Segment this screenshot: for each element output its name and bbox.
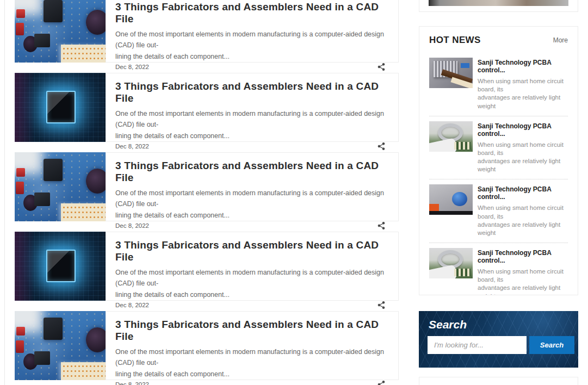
search-input[interactable] bbox=[428, 336, 527, 354]
hot-news-item[interactable]: Sanji Technology PCBA control... When us… bbox=[429, 116, 568, 180]
article-title[interactable]: 3 Things Fabricators and Assemblers Need… bbox=[115, 80, 386, 104]
share-icon[interactable] bbox=[376, 300, 386, 310]
article-meta: Dec 8, 2022 bbox=[115, 62, 386, 72]
hot-news-item-title: Sanji Technology PCBA control... bbox=[478, 59, 568, 74]
article-content: 3 Things Fabricators and Assemblers Need… bbox=[106, 0, 399, 63]
article-thumbnail[interactable] bbox=[15, 73, 106, 142]
article-excerpt: One of the most important elements in mo… bbox=[115, 267, 386, 300]
connector-shape bbox=[61, 362, 106, 380]
hot-news-more-link[interactable]: More bbox=[553, 36, 568, 44]
hot-news-thumbnail bbox=[429, 248, 473, 278]
hot-news-thumbnail bbox=[429, 121, 473, 152]
red-jumper-shape bbox=[16, 168, 25, 177]
article-card: 3 Things Fabricators and Assemblers Need… bbox=[4, 311, 399, 380]
chip-shape bbox=[44, 0, 63, 22]
share-icon[interactable] bbox=[376, 380, 386, 385]
hot-news-item-excerpt: When using smart home circuit board, its… bbox=[478, 204, 568, 237]
article-excerpt: One of the most important elements in mo… bbox=[115, 188, 386, 221]
glove-shape bbox=[429, 264, 457, 278]
chip-shape bbox=[34, 351, 50, 365]
chip-shape bbox=[34, 192, 50, 206]
pcb-slot-shape bbox=[454, 269, 471, 276]
hot-news-header: HOT NEWS More bbox=[429, 35, 568, 46]
connector-shape bbox=[461, 63, 469, 68]
hot-news-thumbnail bbox=[429, 58, 473, 88]
glove-shape bbox=[429, 138, 457, 152]
excerpt-line: One of the most important elements in mo… bbox=[115, 110, 384, 128]
share-icon[interactable] bbox=[376, 62, 386, 72]
article-meta: Dec 8, 2022 bbox=[115, 141, 386, 151]
sidebar-widget-partial bbox=[419, 377, 578, 385]
excerpt-line: advantages are relatively light weight bbox=[478, 94, 560, 109]
red-jumper-shape bbox=[16, 23, 24, 35]
black-strip-shape bbox=[429, 211, 473, 215]
hot-news-heading: HOT NEWS bbox=[429, 35, 481, 46]
hot-news-item[interactable]: Sanji Technology PCBA control... When us… bbox=[429, 179, 568, 243]
red-jumper-shape bbox=[16, 327, 25, 336]
hot-news-text: Sanji Technology PCBA control... When us… bbox=[478, 184, 568, 237]
red-jumper-shape bbox=[16, 182, 24, 194]
hot-news-item[interactable]: Sanji Technology PCBA control... When us… bbox=[429, 243, 568, 295]
excerpt-line: One of the most important elements in mo… bbox=[115, 189, 384, 208]
capacitor-shape bbox=[86, 10, 106, 35]
hot-news-item-title: Sanji Technology PCBA control... bbox=[478, 122, 568, 138]
hot-news-item-excerpt: When using smart home circuit board, its… bbox=[478, 77, 568, 110]
article-meta: Dec 8, 2022 bbox=[115, 380, 386, 385]
search-row: Search bbox=[428, 336, 574, 354]
chip-shape bbox=[44, 318, 63, 340]
article-excerpt: One of the most important elements in mo… bbox=[115, 108, 386, 141]
article-content: 3 Things Fabricators and Assemblers Need… bbox=[106, 73, 399, 142]
article-content: 3 Things Fabricators and Assemblers Need… bbox=[106, 232, 399, 301]
glowing-cpu-shape bbox=[46, 250, 76, 282]
search-button[interactable]: Search bbox=[529, 336, 574, 354]
red-jumper-shape bbox=[16, 9, 25, 18]
article-thumbnail[interactable] bbox=[15, 232, 106, 301]
excerpt-line: advantages are relatively light weight bbox=[478, 221, 560, 236]
excerpt-line: lining the details of each component... bbox=[115, 291, 230, 299]
article-card: 3 Things Fabricators and Assemblers Need… bbox=[4, 152, 399, 221]
article-date: Dec 8, 2022 bbox=[115, 143, 149, 150]
hot-news-text: Sanji Technology PCBA control... When us… bbox=[478, 248, 568, 295]
share-icon[interactable] bbox=[376, 221, 386, 231]
article-card: 3 Things Fabricators and Assemblers Need… bbox=[4, 73, 399, 142]
capacitor-shape bbox=[86, 327, 106, 352]
hot-news-text: Sanji Technology PCBA control... When us… bbox=[478, 121, 568, 174]
article-title[interactable]: 3 Things Fabricators and Assemblers Need… bbox=[115, 160, 386, 184]
excerpt-line: When using smart home circuit board, its bbox=[478, 268, 564, 283]
chip-shape bbox=[34, 34, 50, 47]
widget-image-bottom-edge bbox=[429, 0, 568, 6]
article-content: 3 Things Fabricators and Assemblers Need… bbox=[106, 311, 399, 380]
connector-shape bbox=[61, 45, 106, 63]
chip-shape bbox=[44, 159, 63, 181]
article-date: Dec 8, 2022 bbox=[115, 381, 149, 385]
hot-news-item-title: Sanji Technology PCBA control... bbox=[478, 185, 568, 201]
article-thumbnail[interactable] bbox=[15, 311, 106, 380]
article-excerpt: One of the most important elements in mo… bbox=[115, 29, 386, 62]
excerpt-line: One of the most important elements in mo… bbox=[115, 30, 384, 49]
glowing-cpu-shape bbox=[46, 91, 76, 123]
article-excerpt: One of the most important elements in mo… bbox=[115, 346, 386, 380]
search-widget: Search Search bbox=[419, 311, 578, 368]
excerpt-line: lining the details of each component... bbox=[115, 53, 230, 60]
hot-news-thumbnail bbox=[429, 184, 473, 215]
red-jumper-shape bbox=[16, 340, 24, 353]
article-list: 3 Things Fabricators and Assemblers Need… bbox=[4, 0, 399, 385]
blue-ball-shape bbox=[452, 192, 467, 206]
article-date: Dec 8, 2022 bbox=[115, 302, 149, 308]
hot-news-text: Sanji Technology PCBA control... When us… bbox=[478, 58, 568, 110]
article-card: 3 Things Fabricators and Assemblers Need… bbox=[4, 232, 399, 301]
article-thumbnail[interactable] bbox=[15, 0, 106, 63]
article-title[interactable]: 3 Things Fabricators and Assemblers Need… bbox=[115, 319, 386, 343]
excerpt-line: When using smart home circuit board, its bbox=[478, 141, 564, 156]
article-thumbnail[interactable] bbox=[15, 152, 106, 221]
article-title[interactable]: 3 Things Fabricators and Assemblers Need… bbox=[115, 239, 386, 263]
excerpt-line: lining the details of each component... bbox=[115, 212, 230, 219]
excerpt-line: One of the most important elements in mo… bbox=[115, 269, 384, 287]
connector-shape bbox=[61, 203, 106, 221]
article-title[interactable]: 3 Things Fabricators and Assemblers Need… bbox=[115, 1, 386, 25]
share-icon[interactable] bbox=[376, 141, 386, 151]
hot-news-item[interactable]: Sanji Technology PCBA control... When us… bbox=[429, 53, 568, 116]
article-meta: Dec 8, 2022 bbox=[115, 221, 386, 231]
hot-news-item-excerpt: When using smart home circuit board, its… bbox=[478, 141, 568, 174]
excerpt-line: When using smart home circuit board, its bbox=[478, 78, 564, 92]
